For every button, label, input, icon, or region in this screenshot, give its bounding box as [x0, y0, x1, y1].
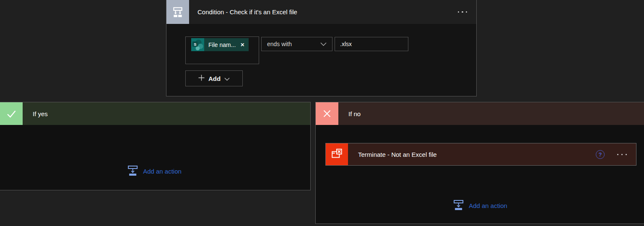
chevron-down-icon [224, 75, 230, 82]
condition-card-title: Condition - Check if it's an Excel file [197, 8, 297, 16]
add-action-icon [453, 200, 464, 212]
operator-dropdown[interactable]: ends with [261, 37, 332, 51]
checkmark-icon [0, 102, 23, 125]
sharepoint-icon: S [191, 38, 204, 51]
remove-token-icon[interactable]: ✕ [238, 42, 249, 48]
if-no-add-action-link[interactable]: Add an action [453, 200, 507, 212]
add-action-label: Add an action [143, 168, 182, 175]
help-icon[interactable]: ? [596, 150, 605, 159]
svg-text:S: S [194, 42, 197, 47]
x-mark-icon [316, 102, 338, 125]
add-condition-button[interactable]: Add [185, 70, 243, 86]
add-action-label: Add an action [469, 202, 507, 209]
condition-card-header[interactable]: Condition - Check if it's an Excel file [166, 0, 476, 24]
terminate-card-title: Terminate - Not an Excel file [358, 151, 596, 158]
condition-branch-icon [166, 0, 189, 24]
chevron-down-icon [320, 41, 327, 47]
dynamic-content-token[interactable]: S File nam... ✕ [191, 38, 249, 51]
if-no-label: If no [348, 110, 361, 117]
terminate-more-menu-icon[interactable] [617, 154, 627, 155]
if-yes-branch: If yes Add an action [0, 102, 311, 190]
condition-value-input[interactable] [335, 37, 408, 51]
condition-more-menu-icon[interactable] [453, 0, 473, 24]
if-yes-label: If yes [33, 110, 48, 117]
condition-operand-box[interactable]: S File nam... ✕ [185, 36, 259, 64]
if-no-branch: If no Terminate - Not an Excel file ? [315, 102, 644, 224]
plus-icon [198, 75, 205, 82]
add-button-label: Add [208, 75, 221, 82]
if-yes-add-action-link[interactable]: Add an action [127, 165, 182, 177]
terminate-card[interactable]: Terminate - Not an Excel file ? [325, 143, 636, 166]
token-label: File nam... [204, 42, 238, 48]
terminate-icon [326, 143, 348, 165]
add-action-icon [127, 165, 138, 177]
if-no-header[interactable]: If no [316, 102, 644, 125]
if-yes-header[interactable]: If yes [0, 102, 310, 125]
operator-dropdown-value: ends with [267, 41, 292, 47]
condition-card: Condition - Check if it's an Excel file … [166, 0, 477, 96]
